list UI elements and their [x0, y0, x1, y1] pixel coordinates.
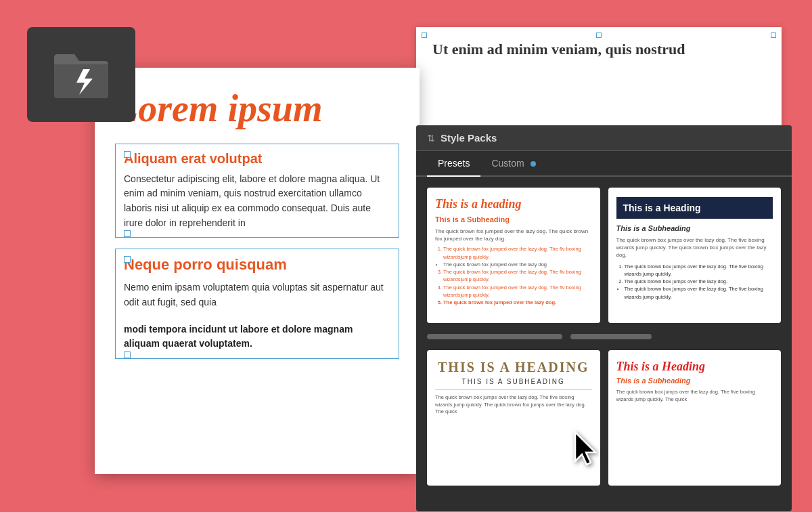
card1-body: The quick brown fox jumped over the lazy… [435, 228, 592, 242]
chevron-icon: ⇅ [427, 133, 435, 144]
cursor-arrow-svg [572, 431, 606, 468]
folder-icon-container [27, 27, 135, 122]
card2-body: The quick brown box jumps over the lazy … [616, 236, 773, 259]
tab-custom[interactable]: Custom [480, 151, 546, 175]
tabs-row: Presets Custom [416, 151, 792, 177]
section2-body: Nemo enim ipsam voluptatem quia voluptas… [124, 280, 390, 310]
card1-subheading: This is a Subheading [435, 215, 592, 223]
scrollbar-row [416, 334, 792, 345]
card1-list: The quick brown fox jumped over the lazy… [435, 245, 592, 306]
scrollbar-pill-right[interactable] [570, 334, 652, 339]
handle-tr [771, 33, 776, 38]
scrollbar-pill-left[interactable] [427, 334, 562, 339]
card2-heading: This is a Heading [616, 197, 773, 219]
style-card-1[interactable]: This is a heading This is a Subheading T… [427, 188, 600, 323]
card4-subheading: This is a Subheading [616, 377, 773, 385]
style-packs-title: Style Packs [441, 132, 497, 144]
handle-tl [422, 33, 427, 38]
list-item: The quick brown fox jumped over the lazy… [443, 268, 592, 284]
tab-presets[interactable]: Presets [427, 151, 480, 177]
style-card-4[interactable]: This is a Heading This is a Subheading T… [608, 350, 782, 486]
style-packs-header: ⇅ Style Packs [416, 125, 792, 151]
svg-marker-0 [575, 432, 595, 465]
card3-heading: THIS IS A HEADING [435, 360, 592, 375]
section2-selection-box[interactable]: Neque porro quisquam Nemo enim ipsam vol… [115, 249, 399, 359]
list-item: The quick brown box jumps over the lazy … [625, 263, 773, 278]
section1-heading: Aliquam erat volutpat [124, 151, 390, 167]
card2-subheading: This is a Subheading [616, 224, 773, 232]
list-item: The quick brown fox jumped over the lazy… [443, 245, 592, 261]
main-document: Lorem ipsum Aliquam erat volutpat Consec… [95, 68, 420, 474]
list-item: The quick brown fox jumped over the lazy… [443, 299, 592, 306]
list-item: The quick brown box jumps over the lazy … [625, 278, 773, 285]
card4-body: The quick brown box jumps over the lazy … [616, 389, 773, 403]
list-item: The quick brown fox jumped over the lazy… [443, 261, 592, 268]
background-document: Ut enim ad minim veniam, quis nostrud [416, 27, 782, 132]
card2-list: The quick brown box jumps over the lazy … [616, 263, 773, 301]
handle-tm [596, 33, 602, 38]
doc-title: Lorem ipsum [115, 88, 399, 130]
section1-selection-box[interactable]: Aliquam erat volutpat Consectetur adipis… [115, 144, 399, 238]
bg-doc-text: Ut enim ad minim veniam, quis nostrud [432, 41, 765, 58]
folder-lightning-icon [51, 47, 112, 102]
list-item: The quick brown fox jumped over the lazy… [443, 284, 592, 299]
style-card-2[interactable]: This is a Heading This is a Subheading T… [608, 188, 782, 323]
list-item: The quick brown box jumps over the lazy … [625, 285, 773, 301]
section2-bold: modi tempora incidunt ut labore et dolor… [124, 322, 390, 351]
section2-heading: Neque porro quisquam [124, 256, 390, 274]
tab-dot [531, 161, 536, 167]
card3-subheading: THIS IS A SUBHEADING [435, 378, 592, 390]
card1-heading: This is a heading [435, 197, 592, 211]
card4-heading: This is a Heading [616, 360, 773, 374]
style-cards-grid-row2: THIS IS A HEADING THIS IS A SUBHEADING T… [416, 345, 792, 496]
section1-body: Consectetur adipiscing elit, labore et d… [124, 172, 390, 231]
style-cards-grid: This is a heading This is a Subheading T… [416, 177, 792, 334]
card3-body: The quick brown box jumps over the lazy … [435, 394, 592, 416]
